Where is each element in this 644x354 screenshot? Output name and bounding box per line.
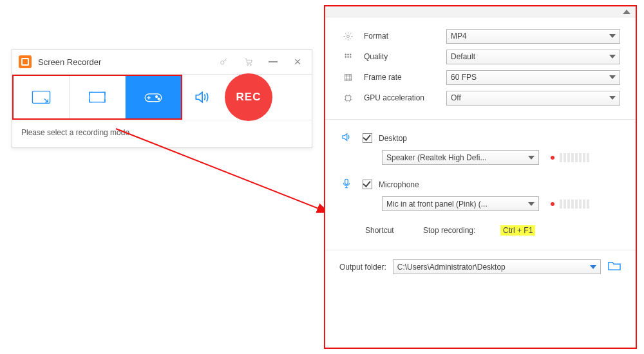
key-icon[interactable]	[216, 54, 232, 70]
mode-group-highlight	[12, 75, 182, 120]
desktop-device-value: Speaker (Realtek High Defi...	[386, 153, 486, 162]
mode-region-button[interactable]	[14, 76, 70, 118]
speaker-icon	[341, 131, 352, 145]
dots-icon	[341, 52, 355, 62]
mic-device-select[interactable]: Mic in at front panel (Pink) (...	[382, 196, 539, 211]
svg-point-10	[345, 53, 346, 55]
svg-point-6	[156, 96, 158, 98]
mic-level-meter	[551, 200, 591, 209]
svg-point-1	[247, 64, 249, 66]
format-value: MP4	[451, 32, 467, 41]
mode-game-button[interactable]	[126, 76, 181, 118]
app-logo-icon	[19, 55, 32, 68]
gpu-label: GPU acceleration	[364, 93, 446, 102]
svg-point-11	[347, 53, 348, 55]
format-label: Format	[364, 32, 446, 41]
mode-fullscreen-button[interactable]	[70, 76, 126, 118]
quality-value: Default	[451, 52, 475, 61]
chevron-down-icon	[609, 96, 616, 100]
chevron-down-icon	[609, 34, 616, 38]
mic-audio-checkbox[interactable]	[363, 180, 372, 189]
chevron-down-icon	[528, 202, 535, 206]
video-settings: Format MP4 Quality Default Frame rate 60…	[325, 17, 636, 107]
desktop-audio-checkbox[interactable]	[363, 133, 372, 143]
app-title: Screen Recorder	[38, 57, 101, 67]
svg-point-2	[250, 64, 251, 66]
shortcut-label: Shortcut	[365, 226, 423, 235]
mode-row: REC	[12, 75, 312, 120]
browse-folder-button[interactable]	[607, 260, 621, 274]
gear-icon	[341, 32, 355, 41]
status-text: Please select a recording mode.	[21, 128, 131, 137]
svg-rect-18	[345, 179, 348, 184]
desktop-level-meter	[551, 153, 591, 162]
fps-value: 60 FPS	[451, 73, 477, 82]
chevron-down-icon	[590, 265, 596, 269]
fps-label: Frame rate	[364, 73, 446, 82]
audio-settings: Desktop Speaker (Realtek High Defi... Mi…	[325, 120, 636, 211]
close-button[interactable]: ×	[290, 54, 305, 70]
output-label: Output folder:	[339, 263, 386, 272]
svg-point-12	[350, 53, 351, 55]
gpu-select[interactable]: Off	[446, 91, 620, 106]
desktop-device-select[interactable]: Speaker (Realtek High Defi...	[382, 150, 539, 165]
quality-select[interactable]: Default	[446, 50, 620, 64]
callout-arrow-icon	[116, 129, 345, 225]
output-row: Output folder: C:\Users\Administrator\De…	[325, 250, 636, 274]
stop-recording-label: Stop recording:	[423, 226, 500, 235]
settings-panel: Format MP4 Quality Default Frame rate 60…	[324, 5, 637, 349]
svg-rect-17	[345, 95, 350, 100]
svg-point-0	[221, 61, 224, 64]
chevron-down-icon	[609, 55, 616, 59]
mic-audio-label: Microphone	[379, 180, 419, 189]
hotkey-value: Ctrl + F1	[500, 225, 535, 236]
svg-line-8	[116, 129, 328, 212]
collapse-bar[interactable]	[325, 6, 636, 17]
record-label: REC	[236, 91, 261, 104]
microphone-icon	[341, 178, 352, 191]
shortcut-row: Shortcut Stop recording: Ctrl + F1	[325, 214, 636, 236]
svg-rect-4	[90, 92, 105, 102]
audio-toggle-button[interactable]	[182, 89, 221, 106]
film-icon	[341, 73, 355, 82]
svg-point-14	[347, 56, 348, 57]
svg-point-13	[345, 56, 346, 57]
chevron-up-icon	[623, 10, 630, 14]
desktop-audio-label: Desktop	[379, 134, 407, 143]
minimize-button[interactable]	[265, 54, 281, 70]
svg-rect-16	[345, 74, 351, 80]
svg-point-9	[346, 35, 349, 37]
fps-select[interactable]: 60 FPS	[446, 70, 620, 85]
titlebar: Screen Recorder ×	[12, 50, 312, 75]
chevron-down-icon	[609, 75, 616, 79]
output-path-select[interactable]: C:\Users\Administrator\Desktop	[393, 259, 601, 274]
gpu-value: Off	[451, 93, 461, 102]
chevron-down-icon	[528, 156, 535, 160]
cart-icon[interactable]	[241, 54, 256, 70]
mic-device-value: Mic in at front panel (Pink) (...	[386, 200, 488, 209]
record-button[interactable]: REC	[225, 73, 272, 121]
record-dot-icon	[551, 156, 554, 160]
format-select[interactable]: MP4	[446, 29, 620, 44]
output-path-value: C:\Users\Administrator\Desktop	[397, 263, 506, 272]
record-dot-icon	[551, 202, 554, 206]
quality-label: Quality	[364, 52, 446, 61]
chip-icon	[341, 93, 355, 103]
svg-point-15	[350, 56, 351, 57]
svg-point-7	[158, 98, 160, 100]
